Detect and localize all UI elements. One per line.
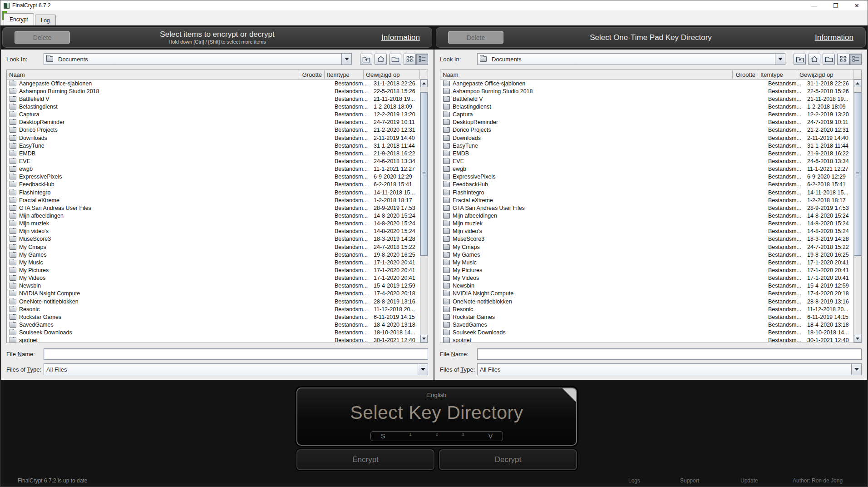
files-of-type-combobox-left[interactable]: All Files <box>44 363 428 375</box>
new-folder-button[interactable] <box>389 54 401 65</box>
file-row[interactable]: NVIDIA Nsight ComputeBestandsm...17-4-20… <box>440 290 853 298</box>
file-row[interactable]: ExpressivePixelsBestandsm...6-9-2020 12:… <box>440 173 853 181</box>
minimize-button[interactable]: — <box>804 0 825 10</box>
information-link-right[interactable]: Information <box>815 33 853 42</box>
file-row[interactable]: spotnetBestandsm...30-1-2021 12:40 <box>7 337 420 343</box>
key-action-panel[interactable]: English Select Key Directory S 1 2 3 V <box>296 388 577 446</box>
files-of-type-combobox-right[interactable]: All Files <box>477 363 862 375</box>
file-row[interactable]: spotnetBestandsm...30-1-2021 12:40 <box>440 337 853 343</box>
file-row[interactable]: MuseScore3Bestandsm...18-3-2019 14:28 <box>7 235 420 243</box>
delete-button-left[interactable]: Delete <box>15 31 70 44</box>
column-header-naam[interactable]: Naam <box>440 70 733 79</box>
file-row[interactable]: GTA San Andreas User FilesBestandsm...28… <box>7 204 420 212</box>
chevron-down-icon[interactable] <box>775 54 785 65</box>
column-header-gewijzigd[interactable]: Gewijzigd op <box>364 70 420 79</box>
file-row[interactable]: NVIDIA Nsight ComputeBestandsm...17-4-20… <box>7 290 420 298</box>
file-row[interactable]: EVEBestandsm...24-6-2018 13:34 <box>440 157 853 165</box>
scrollbar-thumb[interactable] <box>420 92 428 256</box>
file-row[interactable]: My GamesBestandsm...19-8-2020 16:25 <box>440 251 853 258</box>
file-row[interactable]: Mijn muziekBestandsm...14-8-2020 15:24 <box>440 220 853 228</box>
file-row[interactable]: Fractal eXtremeBestandsm...1-2-2018 18:1… <box>7 196 420 204</box>
scroll-down-icon[interactable] <box>420 335 428 343</box>
file-row[interactable]: Dorico ProjectsBestandsm...21-2-2020 12:… <box>440 126 853 134</box>
file-row[interactable]: BelastingdienstBestandsm...1-2-2018 18:0… <box>440 103 853 110</box>
file-row[interactable]: My PicturesBestandsm...17-1-2020 20:41 <box>440 266 853 274</box>
file-row[interactable]: EMDBBestandsm...21-9-2018 16:22 <box>440 149 853 157</box>
file-row[interactable]: My VideosBestandsm...17-1-2020 20:41 <box>7 274 420 282</box>
logs-link[interactable]: Logs <box>628 477 640 484</box>
information-link-left[interactable]: Information <box>381 33 420 42</box>
file-row[interactable]: My GamesBestandsm...19-8-2020 16:25 <box>7 251 420 258</box>
file-row[interactable]: BelastingdienstBestandsm...1-2-2018 18:0… <box>7 103 420 110</box>
file-row[interactable]: OneNote-notitieblokkenBestandsm...28-8-2… <box>7 298 420 305</box>
file-row[interactable]: SavedGamesBestandsm...18-4-2020 13:18 <box>7 321 420 328</box>
encrypt-button[interactable]: Encrypt <box>296 449 434 470</box>
file-row[interactable]: EasyTuneBestandsm...31-1-2018 11:44 <box>7 142 420 149</box>
file-row[interactable]: Mijn video'sBestandsm...14-8-2020 15:24 <box>7 228 420 235</box>
file-row[interactable]: CapturaBestandsm...12-2-2019 13:20 <box>440 111 853 119</box>
tab-encrypt[interactable]: Encrypt <box>4 13 34 25</box>
close-button[interactable]: ✕ <box>846 0 868 10</box>
file-row[interactable]: DownloadsBestandsm...2-11-2019 14:40 <box>440 134 853 142</box>
file-row[interactable]: GTA San Andreas User FilesBestandsm...28… <box>440 204 853 212</box>
delete-button-right[interactable]: Delete <box>448 31 503 44</box>
file-row[interactable]: OneNote-notitieblokkenBestandsm...28-8-2… <box>440 298 853 305</box>
file-row[interactable]: FlashIntegroBestandsm...14-11-2018 15... <box>7 189 420 196</box>
file-row[interactable]: My MusicBestandsm...17-1-2020 20:41 <box>440 258 853 266</box>
file-row[interactable]: Soulseek DownloadsBestandsm...18-10-2018… <box>440 329 853 337</box>
file-row[interactable]: Battlefield VBestandsm...21-11-2018 19..… <box>7 95 420 103</box>
up-folder-button[interactable] <box>360 54 372 65</box>
file-row[interactable]: ResonicBestandsm...11-12-2018 20... <box>440 305 853 313</box>
file-row[interactable]: My CmapsBestandsm...24-7-2018 15:22 <box>7 243 420 251</box>
file-row[interactable]: FeedbackHubBestandsm...6-2-2018 15:41 <box>7 181 420 189</box>
restore-button[interactable]: ❐ <box>825 0 846 10</box>
up-folder-button[interactable] <box>794 54 806 65</box>
scroll-down-icon[interactable] <box>854 335 861 343</box>
look-in-combobox-right[interactable]: Documents <box>477 53 785 65</box>
chevron-down-icon[interactable] <box>341 54 351 65</box>
column-header-naam[interactable]: Naam <box>7 70 299 79</box>
language-label[interactable]: English <box>297 392 576 398</box>
column-header-itemtype[interactable]: Itemtype <box>325 70 364 79</box>
home-button[interactable] <box>808 54 820 65</box>
file-row[interactable]: Aangepaste Office-sjablonenBestandsm...3… <box>7 80 420 87</box>
file-row[interactable]: Soulseek DownloadsBestandsm...18-10-2018… <box>7 329 420 337</box>
icons-view-button[interactable] <box>404 54 416 65</box>
column-header-itemtype[interactable]: Itemtype <box>758 70 797 79</box>
file-row[interactable]: ewgbBestandsm...11-1-2021 12:27 <box>7 165 420 173</box>
look-in-combobox-left[interactable]: Documents <box>44 53 352 65</box>
file-name-input[interactable] <box>44 348 428 360</box>
file-row[interactable]: My MusicBestandsm...17-1-2020 20:41 <box>7 258 420 266</box>
file-row[interactable]: EasyTuneBestandsm...31-1-2018 11:44 <box>440 142 853 149</box>
file-row[interactable]: FlashIntegroBestandsm...14-11-2018 15... <box>440 189 853 196</box>
file-row[interactable]: My CmapsBestandsm...24-7-2018 15:22 <box>440 243 853 251</box>
file-row[interactable]: Mijn muziekBestandsm...14-8-2020 15:24 <box>7 220 420 228</box>
home-button[interactable] <box>375 54 387 65</box>
scrollbar-thumb[interactable] <box>854 92 861 256</box>
file-row[interactable]: Ashampoo Burning Studio 2018Bestandsm...… <box>7 87 420 95</box>
column-header-grootte[interactable]: Grootte <box>299 70 325 79</box>
file-row[interactable]: DownloadsBestandsm...2-11-2019 14:40 <box>7 134 420 142</box>
file-row[interactable]: Battlefield VBestandsm...21-11-2018 19..… <box>440 95 853 103</box>
file-row[interactable]: DesktopReminderBestandsm...24-7-2019 10:… <box>440 119 853 126</box>
file-row[interactable]: ewgbBestandsm...11-1-2021 12:27 <box>440 165 853 173</box>
file-row[interactable]: NewsbinBestandsm...15-4-2019 12:59 <box>7 282 420 290</box>
chevron-down-icon[interactable] <box>418 364 428 375</box>
chevron-down-icon[interactable] <box>851 364 861 375</box>
file-row[interactable]: Rockstar GamesBestandsm...6-11-2019 14:1… <box>7 313 420 321</box>
file-row[interactable]: NewsbinBestandsm...15-4-2019 12:59 <box>440 282 853 290</box>
scroll-up-icon[interactable] <box>420 80 428 87</box>
column-header-gewijzigd[interactable]: Gewijzigd op <box>797 70 853 79</box>
file-row[interactable]: SavedGamesBestandsm...18-4-2020 13:18 <box>440 321 853 328</box>
update-link[interactable]: Update <box>740 477 758 484</box>
file-row[interactable]: Ashampoo Burning Studio 2018Bestandsm...… <box>440 87 853 95</box>
file-row[interactable]: Mijn afbeeldingenBestandsm...14-8-2020 1… <box>440 212 853 219</box>
scroll-up-icon[interactable] <box>854 80 861 87</box>
file-row[interactable]: Fractal eXtremeBestandsm...1-2-2018 18:1… <box>440 196 853 204</box>
file-row[interactable]: Aangepaste Office-sjablonenBestandsm...3… <box>440 80 853 87</box>
file-row[interactable]: My PicturesBestandsm...17-1-2020 20:41 <box>7 266 420 274</box>
tab-log[interactable]: Log <box>35 15 56 25</box>
file-row[interactable]: EVEBestandsm...24-6-2018 13:34 <box>7 157 420 165</box>
file-row[interactable]: Mijn afbeeldingenBestandsm...14-8-2020 1… <box>7 212 420 219</box>
column-header-grootte[interactable]: Grootte <box>733 70 758 79</box>
